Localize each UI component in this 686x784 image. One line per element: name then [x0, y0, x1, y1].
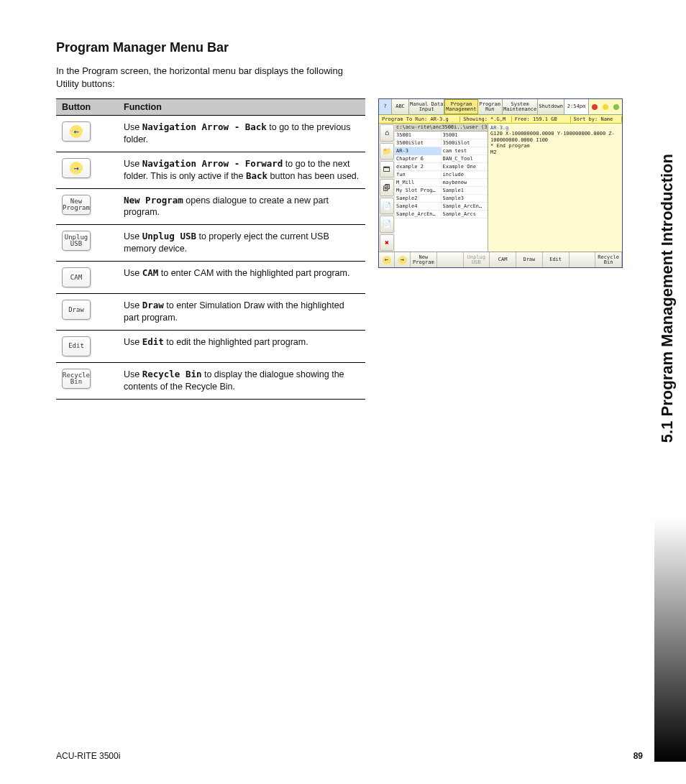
file-item[interactable]: Sample_ArcEn…: [442, 203, 488, 211]
file-item[interactable]: 35001: [442, 132, 488, 139]
file-item[interactable]: 35001: [395, 132, 442, 139]
cam-button[interactable]: CAM: [490, 252, 516, 267]
th-button: Button: [56, 99, 118, 116]
th-function: Function: [118, 99, 365, 116]
file-item[interactable]: 3500iSlot: [442, 139, 488, 147]
function-desc-7: Use Recycle Bin to display the dialogue …: [118, 362, 365, 399]
function-desc-2: New Program opens dialogue to create a n…: [118, 188, 365, 225]
button-icon-2: New Program: [62, 195, 91, 215]
file-item[interactable]: maybenew: [442, 179, 488, 187]
button-icon-7: Recycle Bin: [62, 369, 91, 389]
file-item[interactable]: M_Mill: [395, 179, 442, 187]
file-item[interactable]: Sample_ArcEn…: [395, 211, 442, 218]
nav-forward-button[interactable]: →: [395, 252, 411, 267]
sidebar-icon-3[interactable]: 🗐: [380, 179, 394, 195]
sidebar-icon-2[interactable]: 🗔: [380, 161, 394, 177]
status-lights: [589, 99, 622, 114]
function-desc-1: Use Navigation Arrow - Forward to go to …: [118, 152, 365, 188]
draw-button[interactable]: Draw: [516, 252, 543, 267]
recycle-bin-button[interactable]: Recycle Bin: [595, 252, 622, 267]
program-management-tab[interactable]: Program Management: [444, 99, 477, 114]
sidebar-icon-6[interactable]: ✖: [380, 234, 394, 251]
function-desc-4: Use CAM to enter CAM with the highlighte…: [118, 262, 365, 294]
side-gradient-decoration: [654, 517, 686, 762]
file-item[interactable]: Sample1: [442, 187, 488, 195]
footer-product: ACU-RITE 3500i: [56, 751, 120, 761]
button-icon-1: →: [62, 158, 91, 178]
program-run-tab[interactable]: Program Run: [478, 99, 503, 114]
abc-button[interactable]: ABC: [392, 99, 409, 114]
function-desc-0: Use Navigation Arrow - Back to go to the…: [118, 116, 365, 152]
side-section-title: 5.1 Program Management Introduction: [653, 29, 682, 568]
blank-button-1: [437, 252, 464, 267]
page-heading: Program Manager Menu Bar: [56, 40, 643, 55]
file-item[interactable]: example 2: [395, 163, 442, 171]
function-desc-3: Use Unplug USB to properly eject the cur…: [118, 225, 365, 262]
sidebar-icon-1[interactable]: 📁: [380, 143, 394, 160]
file-item[interactable]: include: [442, 171, 488, 179]
file-item[interactable]: fun: [395, 171, 442, 179]
preview-pane: AR-3.g G120 X-100000000.0000 Y-100000000…: [488, 124, 622, 252]
sidebar-icon-0[interactable]: ⌂: [380, 124, 394, 141]
button-icon-5: Draw: [62, 300, 91, 320]
path-header: c:\acu-rite\anc3500i..\user (38): [395, 124, 488, 132]
clock: 2:54pm: [564, 99, 589, 114]
file-item[interactable]: Sample3: [442, 195, 488, 203]
new-program-button[interactable]: New Program: [411, 252, 437, 267]
file-item[interactable]: DAN_C_Tool: [442, 155, 488, 163]
file-item[interactable]: AR-3: [395, 147, 442, 155]
buttons-table: Button Function ←Use Navigation Arrow - …: [56, 98, 365, 400]
function-desc-6: Use Edit to edit the highlighted part pr…: [118, 330, 365, 362]
intro-text: In the Program screen, the horizontal me…: [56, 65, 358, 90]
file-item[interactable]: cam test: [442, 147, 488, 155]
file-item[interactable]: Chapter 6: [395, 155, 442, 163]
blank-button-2: [570, 252, 596, 267]
edit-button[interactable]: Edit: [543, 252, 570, 267]
file-item[interactable]: Sample4: [395, 203, 442, 211]
file-item[interactable]: 3500iSlot: [395, 139, 442, 147]
button-icon-0: ←: [62, 121, 91, 142]
button-icon-6: Edit: [62, 336, 91, 356]
unplug-usb-button[interactable]: Unplug USB: [464, 252, 490, 267]
function-desc-5: Use Draw to enter Simulation Draw with t…: [118, 294, 365, 331]
file-item[interactable]: Sample2: [395, 195, 442, 203]
file-item[interactable]: Sample_Arcs: [442, 211, 488, 218]
button-icon-4: CAM: [62, 267, 91, 287]
nav-back-button[interactable]: ←: [379, 252, 395, 267]
sidebar-icon-5[interactable]: 📄: [380, 216, 394, 232]
file-item[interactable]: My Slot Prog…: [395, 187, 442, 195]
button-icon-3: Unplug USB: [62, 231, 91, 251]
file-item[interactable]: Example One: [442, 163, 488, 171]
mdi-tab[interactable]: Manual Data Input: [409, 99, 444, 114]
shutdown-button[interactable]: Shutdown: [538, 99, 564, 114]
program-manager-screenshot: ? ABC Manual Data Input Program Manageme…: [378, 98, 623, 268]
system-maintenance-tab[interactable]: System Maintenance: [503, 99, 538, 114]
help-button[interactable]: ?: [379, 99, 392, 114]
sidebar-icon-4[interactable]: 📄: [380, 198, 394, 214]
page-number: 89: [634, 751, 643, 761]
